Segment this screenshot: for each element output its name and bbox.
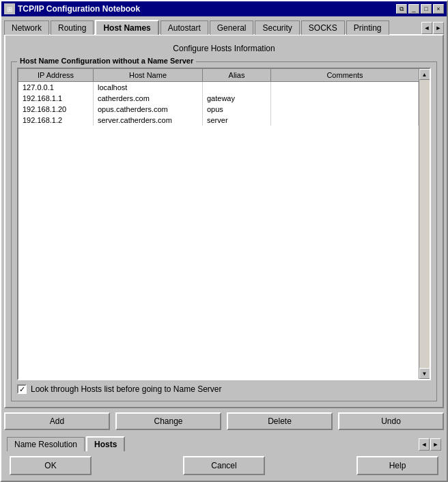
table-row[interactable]: 192.168.1.20 opus.catherders.com opus (18, 104, 419, 115)
add-button[interactable]: Add (4, 412, 110, 430)
group-box: Host Name Configuration without a Name S… (11, 61, 437, 401)
header-comments: Comments (271, 69, 419, 81)
title-bar: ⊞ TCP/IP Configuration Notebook ⧉ _ □ × (1, 1, 447, 16)
cell-ip-3: 192.168.1.2 (18, 115, 94, 126)
checkbox-label: Look through Hosts list before going to … (31, 384, 221, 394)
cancel-button[interactable]: Cancel (183, 456, 265, 475)
window-title: TCP/IP Configuration Notebook (18, 4, 140, 14)
change-button[interactable]: Change (115, 412, 221, 430)
cell-hostname-0: localhost (94, 82, 203, 93)
minimize-button[interactable]: _ (408, 4, 419, 14)
title-bar-left: ⊞ TCP/IP Configuration Notebook (4, 3, 140, 14)
tab-scroll-buttons: ◄ ► (421, 22, 444, 34)
tab-general[interactable]: General (210, 20, 254, 35)
cell-alias-3: server (203, 115, 271, 126)
header-hostname: Host Name (94, 69, 203, 81)
bottom-tab-scroll: ◄ ► (419, 438, 441, 451)
table-row[interactable]: 127.0.0.1 localhost (18, 82, 419, 93)
checkbox-row: ✓ Look through Hosts list before going t… (17, 380, 431, 395)
cell-ip-1: 192.168.1.1 (18, 93, 94, 104)
restore-button[interactable]: □ (421, 4, 432, 14)
cell-alias-1: gateway (203, 93, 271, 104)
window-icon: ⊞ (4, 3, 15, 14)
bottom-tab-scroll-left[interactable]: ◄ (419, 438, 430, 451)
tab-autostart[interactable]: Autostart (160, 20, 208, 35)
help-button[interactable]: Help (356, 456, 438, 475)
tab-scroll-left[interactable]: ◄ (421, 22, 432, 34)
tab-hosts[interactable]: Hosts (86, 436, 125, 451)
cell-hostname-1: catherders.com (94, 93, 203, 104)
footer-buttons: OK Cancel Help (1, 451, 447, 481)
tab-name-resolution[interactable]: Name Resolution (7, 437, 85, 451)
tab-hostnames[interactable]: Host Names (95, 20, 158, 35)
close-button[interactable]: × (433, 4, 444, 14)
ok-button[interactable]: OK (10, 456, 92, 475)
configure-label: Configure Hosts Information (11, 41, 437, 56)
tab-routing[interactable]: Routing (51, 20, 94, 35)
main-window: ⊞ TCP/IP Configuration Notebook ⧉ _ □ × … (0, 0, 448, 482)
action-buttons: Add Change Delete Undo (1, 408, 447, 434)
cell-hostname-2: opus.catherders.com (94, 104, 203, 115)
table-scroll-container: IP Address Host Name Alias Comments 127.… (18, 69, 430, 379)
undo-button[interactable]: Undo (338, 412, 444, 430)
scroll-down-button[interactable]: ▼ (419, 368, 430, 379)
cell-comments-0 (271, 82, 419, 93)
bottom-tab-bar: Name Resolution Hosts ◄ ► (4, 434, 444, 451)
header-ip: IP Address (18, 69, 94, 81)
title-buttons: ⧉ _ □ × (396, 4, 444, 14)
main-tab-bar: Network Routing Host Names Autostart Gen… (1, 16, 447, 34)
copy-button[interactable]: ⧉ (396, 4, 407, 14)
tab-scroll-right[interactable]: ► (433, 22, 444, 34)
cell-alias-2: opus (203, 104, 271, 115)
delete-button[interactable]: Delete (227, 412, 333, 430)
cell-comments-1 (271, 93, 419, 104)
cell-ip-0: 127.0.0.1 (18, 82, 94, 93)
content-area: Configure Hosts Information Host Name Co… (4, 34, 444, 408)
header-alias: Alias (203, 69, 271, 81)
tab-socks[interactable]: SOCKS (301, 20, 345, 35)
scroll-up-button[interactable]: ▲ (419, 69, 430, 80)
scroll-track (419, 80, 430, 368)
table-row[interactable]: 192.168.1.1 catherders.com gateway (18, 93, 419, 104)
bottom-tab-scroll-right[interactable]: ► (430, 438, 441, 451)
group-title: Host Name Configuration without a Name S… (17, 57, 196, 65)
cell-alias-0 (203, 82, 271, 93)
cell-comments-2 (271, 104, 419, 115)
tab-network[interactable]: Network (4, 20, 49, 35)
table-header: IP Address Host Name Alias Comments (18, 69, 419, 82)
tab-printing[interactable]: Printing (346, 20, 389, 35)
table-row[interactable]: 192.168.1.2 server.catherders.com server (18, 115, 419, 126)
cell-hostname-3: server.catherders.com (94, 115, 203, 126)
vertical-scrollbar: ▲ ▼ (419, 69, 430, 379)
cell-comments-3 (271, 115, 419, 126)
cell-ip-2: 192.168.1.20 (18, 104, 94, 115)
hosts-table: IP Address Host Name Alias Comments 127.… (17, 68, 431, 380)
look-through-hosts-checkbox[interactable]: ✓ (17, 384, 27, 394)
table-body: 127.0.0.1 localhost 192.168.1.1 catherde… (18, 82, 419, 379)
tab-security[interactable]: Security (255, 20, 299, 35)
